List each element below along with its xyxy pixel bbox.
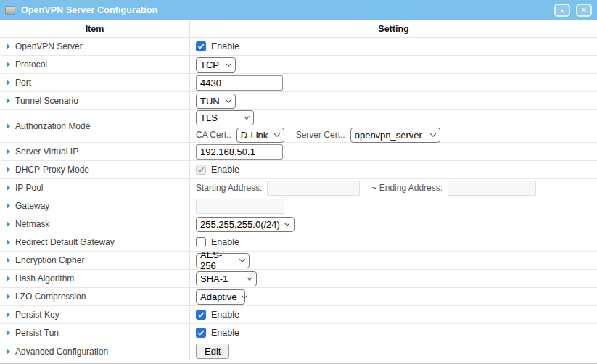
table-row-advanced-configuration: Advanced ConfigurationEdit — [0, 342, 597, 360]
chevron-down-icon — [239, 256, 245, 262]
openvpn-server-enable-checkbox-box[interactable] — [196, 41, 206, 51]
item-cell-openvpn-server: OpenVPN Server — [0, 38, 190, 55]
authorization-mode-select[interactable]: TLS — [196, 110, 254, 125]
check-icon — [197, 167, 205, 173]
gateway-input — [196, 199, 284, 214]
setting-cell-persist-tun: Enable — [190, 324, 597, 342]
bullet-icon — [7, 294, 10, 299]
table-row-lzo-compression: LZO CompressionAdaptive — [0, 288, 597, 306]
setting-cell-authorization-mode: TLSCA Cert.:D-LinkServer Cert.:openvpn_s… — [190, 110, 597, 142]
table-row-persist-tun: Persist TunEnable — [0, 324, 597, 342]
openvpn-server-enable-checkbox-label: Enable — [211, 41, 239, 51]
openvpn-server-configuration-window: OpenVPN Server Configuration ▲ ✕ Item Se… — [0, 0, 597, 364]
table-row-authorization-mode: Authorization ModeTLSCA Cert.:D-LinkServ… — [0, 110, 597, 143]
setting-line: TCP — [196, 57, 591, 73]
item-label-hash-algorithm: Hash Algorithm — [15, 273, 74, 284]
item-cell-port: Port — [0, 74, 190, 91]
item-label-persist-tun: Persist Tun — [15, 328, 59, 338]
persist-key-enable-checkbox-box[interactable] — [196, 310, 206, 320]
check-icon — [197, 312, 205, 318]
table-row-redirect-default-gateway: Redirect Default GatewayEnable — [0, 233, 597, 252]
bullet-icon — [7, 239, 10, 245]
bullet-icon — [7, 44, 10, 49]
setting-line: Enable — [196, 328, 591, 338]
setting-cell-tunnel-scenario: TUN — [190, 92, 597, 109]
redirect-default-gateway-enable-checkbox[interactable]: Enable — [196, 237, 239, 247]
collapse-arrow-icon: ▲ — [560, 8, 565, 13]
tunnel-scenario-select-value: TUN — [200, 96, 220, 107]
setting-line: Edit — [196, 344, 591, 359]
setting-line: TUN — [196, 94, 591, 109]
setting-line: AES-256 — [196, 253, 591, 268]
item-cell-tunnel-scenario: Tunnel Scenario — [0, 92, 190, 109]
item-label-advanced-configuration: Advanced Configuration — [15, 347, 108, 357]
item-cell-lzo-compression: LZO Compression — [0, 288, 190, 305]
setting-line: Starting Address:~ Ending Address: — [196, 181, 591, 196]
item-label-server-virtual-ip: Server Virtual IP — [15, 146, 78, 157]
setting-cell-advanced-configuration: Edit — [190, 342, 597, 360]
server-cert-select[interactable]: openvpn_server — [350, 128, 440, 143]
server-virtual-ip-input[interactable] — [196, 144, 283, 160]
persist-key-enable-checkbox-label: Enable — [211, 310, 239, 320]
setting-cell-ip-pool: Starting Address:~ Ending Address: — [190, 179, 597, 197]
window-icon — [5, 6, 15, 15]
collapse-button[interactable]: ▲ — [554, 4, 570, 17]
chevron-down-icon — [244, 113, 250, 119]
port-input[interactable] — [196, 75, 283, 91]
setting-cell-dhcp-proxy-mode: Enable — [190, 161, 597, 178]
item-label-gateway: Gateway — [15, 201, 49, 211]
tunnel-scenario-select[interactable]: TUN — [196, 94, 236, 109]
item-label-ip-pool: IP Pool — [15, 183, 43, 193]
setting-line: SHA-1 — [196, 271, 591, 286]
item-label-tunnel-scenario: Tunnel Scenario — [15, 96, 78, 106]
advanced-configuration-edit-button[interactable]: Edit — [196, 344, 229, 359]
bullet-icon — [7, 349, 10, 355]
bullet-icon — [7, 62, 10, 67]
server-cert-select-value: openvpn_server — [355, 130, 422, 141]
bullet-icon — [7, 98, 10, 104]
bullet-icon — [7, 149, 10, 154]
bullet-icon — [7, 221, 10, 227]
close-icon: ✕ — [581, 7, 587, 14]
persist-key-enable-checkbox[interactable]: Enable — [196, 310, 239, 320]
dhcp-proxy-mode-enable-checkbox: Enable — [196, 165, 239, 175]
persist-tun-enable-checkbox-box[interactable] — [196, 328, 206, 338]
ca-cert-select[interactable]: D-Link — [236, 128, 284, 143]
setting-cell-redirect-default-gateway: Enable — [190, 233, 597, 251]
bullet-icon — [7, 276, 10, 281]
item-cell-ip-pool: IP Pool — [0, 179, 190, 197]
ip-pool-starting-address-input — [267, 181, 360, 196]
netmask-select[interactable]: 255.255.255.0(/24) — [196, 217, 295, 232]
setting-inline-label: ~ Ending Address: — [371, 183, 442, 193]
setting-inline-label: Starting Address: — [196, 183, 262, 193]
close-button[interactable]: ✕ — [576, 4, 592, 17]
setting-line — [196, 199, 591, 214]
column-header-setting: Setting — [190, 20, 597, 37]
chevron-down-icon — [226, 96, 231, 102]
item-cell-authorization-mode: Authorization Mode — [0, 110, 190, 142]
item-cell-persist-tun: Persist Tun — [0, 324, 190, 342]
bullet-icon — [7, 167, 10, 173]
setting-cell-lzo-compression: Adaptive — [190, 288, 597, 305]
item-label-authorization-mode: Authorization Mode — [15, 121, 90, 131]
setting-cell-hash-algorithm: SHA-1 — [190, 270, 597, 287]
table-row-port: Port — [0, 74, 597, 92]
check-icon — [197, 44, 205, 49]
table-row-encryption-cipher: Encryption CipherAES-256 — [0, 252, 597, 270]
hash-algorithm-select[interactable]: SHA-1 — [196, 271, 257, 286]
openvpn-server-enable-checkbox[interactable]: Enable — [196, 41, 239, 51]
table-row-hash-algorithm: Hash AlgorithmSHA-1 — [0, 270, 597, 288]
lzo-compression-select[interactable]: Adaptive — [196, 289, 245, 305]
setting-cell-gateway — [190, 197, 597, 215]
redirect-default-gateway-enable-checkbox-box[interactable] — [196, 237, 206, 247]
persist-tun-enable-checkbox[interactable]: Enable — [196, 328, 239, 338]
protocol-select[interactable]: TCP — [196, 57, 236, 73]
table-row-server-virtual-ip: Server Virtual IP — [0, 143, 597, 161]
item-label-netmask: Netmask — [15, 219, 49, 229]
table-row-ip-pool: IP PoolStarting Address:~ Ending Address… — [0, 179, 597, 197]
setting-cell-port — [190, 74, 597, 91]
table-row-protocol: ProtocolTCP — [0, 56, 597, 74]
item-label-lzo-compression: LZO Compression — [15, 291, 86, 302]
encryption-cipher-select[interactable]: AES-256 — [196, 253, 250, 268]
item-cell-netmask: Netmask — [0, 215, 190, 233]
